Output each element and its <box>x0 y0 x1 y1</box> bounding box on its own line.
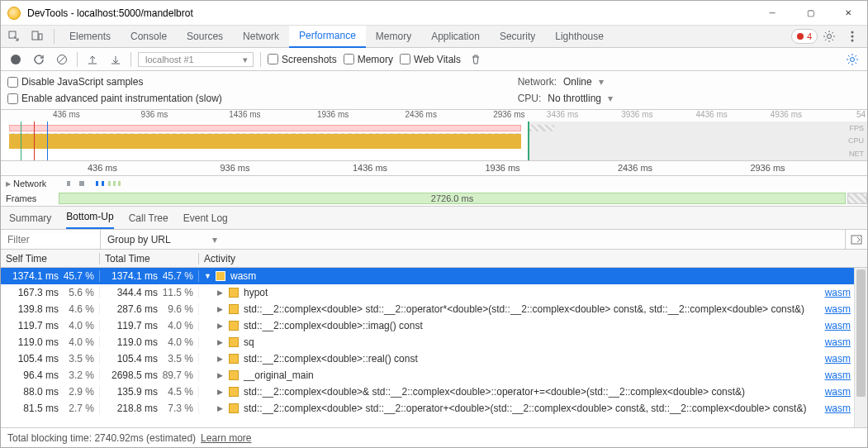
expander-icon[interactable]: ▶ <box>217 371 224 379</box>
table-row[interactable]: 81.5 ms2.7 %218.8 ms7.3 %▶std::__2::comp… <box>1 400 867 417</box>
table-row[interactable]: 167.3 ms5.6 %344.4 ms11.5 %▶hypotwasm <box>1 284 867 301</box>
subtab-call-tree[interactable]: Call Tree <box>129 207 168 229</box>
filter-input[interactable] <box>1 234 100 245</box>
bottom-up-table: Self Time Total Time Activity 1374.1 ms4… <box>1 250 867 427</box>
clear-button[interactable] <box>54 51 70 68</box>
tab-application[interactable]: Application <box>421 26 490 48</box>
inspect-icon[interactable] <box>4 26 24 46</box>
tab-security[interactable]: Security <box>490 26 545 48</box>
group-by-select[interactable]: Group by URL <box>101 234 224 245</box>
col-self-time[interactable]: Self Time <box>1 253 100 265</box>
table-row[interactable]: 119.0 ms4.0 %119.0 ms4.0 %▶sqwasm <box>1 334 867 350</box>
table-row[interactable]: 139.8 ms4.6 %287.6 ms9.6 %▶std::__2::com… <box>1 301 867 317</box>
script-badge-icon <box>229 354 239 364</box>
overview-lane-labels: FPS CPU NET <box>848 122 864 160</box>
tab-memory[interactable]: Memory <box>366 26 421 48</box>
tab-elements[interactable]: Elements <box>59 26 121 48</box>
window-title: DevTools - localhost:5000/mandelbrot <box>27 7 753 19</box>
devtools-window-icon <box>7 7 21 20</box>
device-toggle-icon[interactable] <box>27 26 47 46</box>
svg-line-8 <box>59 56 65 63</box>
script-badge-icon <box>229 337 239 347</box>
expander-icon[interactable]: ▶ <box>217 322 224 330</box>
source-link[interactable]: wasm <box>825 336 851 348</box>
timeline-ruler[interactable]: 436 ms936 ms1436 ms1936 ms2436 ms2936 ms <box>1 161 867 176</box>
subtab-bottom-up[interactable]: Bottom-Up <box>66 206 113 229</box>
session-select[interactable]: localhost #1 <box>138 52 254 67</box>
status-bar: Total blocking time: 2740.92ms (estimate… <box>1 427 867 447</box>
source-link[interactable]: wasm <box>825 303 851 315</box>
titlebar: DevTools - localhost:5000/mandelbrot ─ ▢… <box>1 1 867 26</box>
svg-rect-1 <box>32 31 38 40</box>
source-link[interactable]: wasm <box>825 353 851 365</box>
frames-total-label: 2726.0 ms <box>431 193 473 203</box>
expander-icon[interactable]: ▶ <box>217 305 224 313</box>
table-row[interactable]: 88.0 ms2.9 %135.9 ms4.5 %▶std::__2::comp… <box>1 384 867 400</box>
adv-paint-checkbox[interactable]: Enable advanced paint instrumentation (s… <box>7 93 222 104</box>
tab-lighthouse[interactable]: Lighthouse <box>545 26 614 48</box>
svg-point-3 <box>828 35 832 39</box>
error-count: 4 <box>807 31 812 41</box>
error-count-badge[interactable]: 4 <box>791 29 818 44</box>
window-maximize-button[interactable]: ▢ <box>791 1 829 26</box>
vertical-scrollbar[interactable] <box>854 268 867 427</box>
learn-more-link[interactable]: Learn more <box>201 432 251 444</box>
window-minimize-button[interactable]: ─ <box>753 1 791 26</box>
table-row[interactable]: 105.4 ms3.5 %105.4 ms3.5 %▶std::__2::com… <box>1 350 867 367</box>
screenshots-checkbox[interactable]: Screenshots <box>268 54 337 65</box>
record-button[interactable] <box>7 51 24 68</box>
svg-point-9 <box>851 57 855 61</box>
network-label: Network: <box>518 76 557 88</box>
col-activity[interactable]: Activity <box>199 253 867 265</box>
reload-record-button[interactable] <box>31 51 47 68</box>
perf-toolbar: localhost #1 Screenshots Memory Web Vita… <box>1 48 867 71</box>
frames-track[interactable]: Frames 2726.0 ms <box>1 191 867 206</box>
overview-strip[interactable]: 436 ms936 ms1436 ms1936 ms2436 ms2936 ms… <box>1 110 867 161</box>
error-dot-icon <box>797 33 804 40</box>
cpu-throttling-select[interactable]: No throttling <box>548 93 613 104</box>
memory-checkbox[interactable]: Memory <box>344 54 393 65</box>
settings-gear-icon[interactable] <box>819 26 839 46</box>
expander-icon[interactable]: ▶ <box>217 404 224 412</box>
svg-point-4 <box>851 31 854 34</box>
subtab-event-log[interactable]: Event Log <box>183 207 228 229</box>
source-link[interactable]: wasm <box>825 403 851 414</box>
network-throttling-select[interactable]: Online <box>563 76 604 88</box>
table-row[interactable]: 1374.1 ms45.7 %1374.1 ms45.7 %▼wasm <box>1 268 867 284</box>
toggle-heaviest-icon[interactable] <box>845 230 867 249</box>
disable-js-samples-checkbox[interactable]: Disable JavaScript samples <box>7 76 222 88</box>
window-close-button[interactable]: ✕ <box>829 1 867 26</box>
source-link[interactable]: wasm <box>825 287 851 298</box>
tracks-panel: ▶Network Frames 2726.0 ms <box>1 176 867 207</box>
source-link[interactable]: wasm <box>825 386 851 398</box>
expander-icon[interactable]: ▼ <box>204 272 211 280</box>
expander-icon[interactable]: ▶ <box>217 338 224 346</box>
svg-rect-2 <box>39 34 42 40</box>
table-header[interactable]: Self Time Total Time Activity <box>1 250 867 268</box>
expander-icon[interactable]: ▶ <box>217 388 224 396</box>
network-track[interactable]: ▶Network <box>1 176 867 191</box>
table-row[interactable]: 96.4 ms3.2 %2698.5 ms89.7 %▶__original_m… <box>1 367 867 384</box>
capture-settings-gear-icon[interactable] <box>844 51 861 68</box>
source-link[interactable]: wasm <box>825 369 851 381</box>
col-total-time[interactable]: Total Time <box>100 253 199 265</box>
kebab-menu-icon[interactable] <box>842 26 862 46</box>
webvitals-checkbox[interactable]: Web Vitals <box>400 54 461 65</box>
expander-icon[interactable]: ▶ <box>217 355 224 363</box>
tab-sources[interactable]: Sources <box>177 26 233 48</box>
tab-network[interactable]: Network <box>233 26 289 48</box>
svg-point-6 <box>851 40 854 42</box>
save-profile-icon[interactable] <box>107 51 124 68</box>
blocking-time-text: Total blocking time: 2740.92ms (estimate… <box>7 432 196 444</box>
load-profile-icon[interactable] <box>84 51 101 68</box>
script-badge-icon <box>229 304 239 314</box>
source-link[interactable]: wasm <box>825 320 851 331</box>
subtab-summary[interactable]: Summary <box>9 207 51 229</box>
table-row[interactable]: 119.7 ms4.0 %119.7 ms4.0 %▶std::__2::com… <box>1 317 867 334</box>
trash-icon[interactable] <box>467 51 484 68</box>
tab-performance[interactable]: Performance <box>289 26 366 48</box>
tab-console[interactable]: Console <box>121 26 177 48</box>
script-badge-icon <box>229 321 239 331</box>
results-subtabs: SummaryBottom-UpCall TreeEvent Log <box>1 207 867 230</box>
expander-icon[interactable]: ▶ <box>217 288 224 297</box>
